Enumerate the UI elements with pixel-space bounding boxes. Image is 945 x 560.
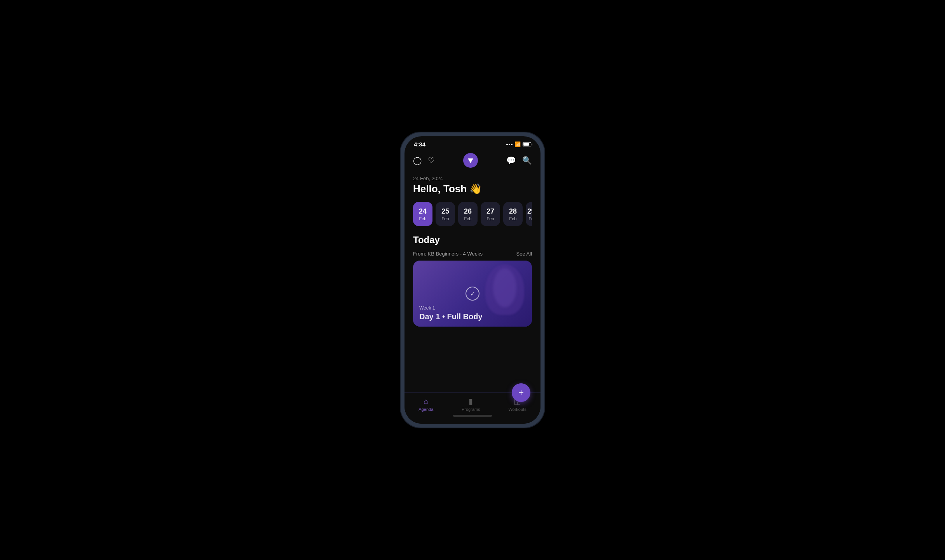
workout-complete-checkmark: ✓ [466, 287, 479, 301]
program-header: From: KB Beginners - 4 Weeks See All [413, 251, 532, 257]
workout-name-label: Day 1 • Full Body [419, 312, 483, 321]
calendar-day-25[interactable]: 25 Feb [436, 202, 455, 226]
today-title: Today [413, 235, 532, 245]
logo-button[interactable] [463, 153, 478, 168]
cal-day-month-29: Fe [529, 216, 532, 221]
bottom-bar: + ⌂ Agenda ▮ Programs ◲ Workouts [405, 392, 540, 424]
program-from-label: From: KB Beginners - 4 Weeks [413, 251, 483, 257]
cal-day-month-27: Feb [487, 216, 494, 221]
profile-icon[interactable]: ◯ [413, 156, 422, 165]
cal-day-num-24: 24 [419, 207, 427, 216]
calendar-day-26[interactable]: 26 Feb [458, 202, 478, 226]
tab-agenda[interactable]: ⌂ Agenda [418, 397, 433, 412]
programs-icon: ▮ [469, 397, 473, 406]
main-content: 24 Feb, 2024 Hello, Tosh 👋 24 Feb 25 Feb… [405, 172, 540, 392]
agenda-icon: ⌂ [424, 397, 428, 406]
cal-day-num-26: 26 [464, 207, 472, 216]
favorites-icon[interactable]: ♡ [428, 156, 435, 165]
cal-day-num-28: 28 [509, 207, 517, 216]
cal-day-num-25: 25 [441, 207, 449, 216]
phone-frame: 4:34 📶 ◯ ♡ 💬 [401, 132, 544, 428]
workout-info: Week 1 Day 1 • Full Body [419, 305, 483, 321]
wifi-icon: 📶 [514, 141, 521, 147]
calendar-day-29[interactable]: 29 Fe [526, 202, 532, 226]
cal-day-month-24: Feb [419, 216, 427, 221]
workout-card[interactable]: ✓ Week 1 Day 1 • Full Body [413, 261, 532, 327]
home-indicator [453, 415, 492, 417]
search-icon[interactable]: 🔍 [522, 156, 532, 165]
status-icons: 📶 [506, 141, 531, 147]
calendar-day-24[interactable]: 24 Feb [413, 202, 432, 226]
tab-workouts-label: Workouts [508, 407, 526, 412]
calendar-day-27[interactable]: 27 Feb [481, 202, 500, 226]
fab-add-button[interactable]: + [512, 383, 530, 402]
cal-day-num-27: 27 [486, 207, 494, 216]
tab-programs[interactable]: ▮ Programs [462, 397, 480, 412]
nav-right: 💬 🔍 [506, 156, 532, 165]
top-nav: ◯ ♡ 💬 🔍 [405, 150, 540, 172]
tab-agenda-label: Agenda [418, 407, 433, 412]
tab-programs-label: Programs [462, 407, 480, 412]
fab-plus-icon: + [518, 387, 524, 398]
status-time: 4:34 [414, 141, 425, 148]
battery-icon [523, 142, 531, 146]
chat-icon[interactable]: 💬 [506, 156, 516, 165]
greeting: Hello, Tosh 👋 [413, 183, 532, 195]
workout-week-label: Week 1 [419, 305, 483, 311]
date-label: 24 Feb, 2024 [413, 176, 532, 181]
cal-day-month-25: Feb [442, 216, 449, 221]
see-all-button[interactable]: See All [516, 251, 532, 257]
workout-card-figure2 [493, 268, 516, 307]
cal-day-month-26: Feb [464, 216, 472, 221]
phone-screen: 4:34 📶 ◯ ♡ 💬 [405, 136, 540, 424]
cal-day-month-28: Feb [509, 216, 517, 221]
logo-chevron-icon [468, 158, 473, 163]
nav-left: ◯ ♡ [413, 156, 435, 165]
signal-dots-icon [506, 144, 513, 145]
calendar-strip: 24 Feb 25 Feb 26 Feb 27 Feb 28 Feb [413, 202, 532, 226]
status-bar: 4:34 📶 [405, 136, 540, 150]
cal-day-num-29: 29 [527, 207, 532, 216]
calendar-day-28[interactable]: 28 Feb [503, 202, 523, 226]
